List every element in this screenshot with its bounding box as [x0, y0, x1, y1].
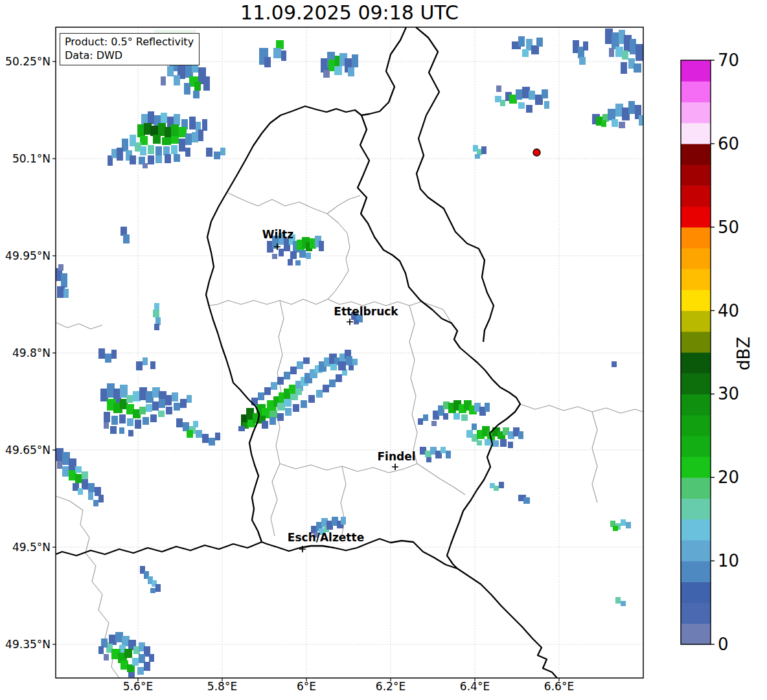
x-tick-label: 6.2°E — [376, 680, 406, 693]
legend-product-line: Product: 0.5° Reflectivity — [65, 35, 194, 49]
y-tick-label: 49.65°N — [5, 444, 51, 457]
colorbar-tick-label: 60 — [718, 134, 739, 153]
y-tick-label: 49.5°N — [12, 541, 51, 554]
colorbar-tick-label: 10 — [718, 551, 739, 570]
y-tick-label: 50.25°N — [5, 55, 51, 68]
district-borders — [56, 193, 643, 678]
colorbar-tick-label: 30 — [718, 384, 739, 403]
city-label: Wiltz — [262, 228, 294, 241]
x-tick-label: 6°E — [297, 680, 316, 693]
city-label: Ettelbruck — [334, 305, 398, 318]
y-tick-label: 49.95°N — [5, 249, 51, 262]
colorbar-tick-label: 50 — [718, 218, 739, 237]
city-marker-ettelbruck: Ettelbruck — [334, 305, 398, 325]
colorbar-tick-label: 40 — [718, 301, 739, 321]
radar-site-marker — [533, 149, 540, 156]
colorbar: 010203040506070dBZ — [681, 51, 753, 654]
legend-data-line: Data: DWD — [65, 49, 194, 62]
map-canvas: WiltzEttelbruckFindelEsch/Alzette5.6°E5.… — [0, 0, 767, 700]
city-marker-findel: Findel — [377, 450, 415, 470]
y-tick-label: 50.1°N — [12, 152, 51, 165]
x-tick-label: 6.6°E — [544, 680, 574, 693]
map-title: 11.09.2025 09:18 UTC — [56, 1, 643, 24]
colorbar-tick-label: 0 — [718, 635, 729, 654]
colorbar-axis-label: dBZ — [734, 337, 753, 370]
y-tick-label: 49.8°N — [12, 346, 51, 359]
x-tick-label: 5.6°E — [123, 680, 153, 693]
x-tick-label: 6.4°E — [460, 680, 490, 693]
city-label: Esch/Alzette — [288, 531, 364, 544]
city-label: Findel — [377, 450, 415, 463]
legend-box: Product: 0.5° Reflectivity Data: DWD — [60, 33, 200, 65]
colorbar-tick-label: 70 — [718, 51, 739, 70]
y-tick-label: 49.35°N — [5, 638, 51, 651]
radar-map-figure: WiltzEttelbruckFindelEsch/Alzette5.6°E5.… — [0, 0, 767, 700]
x-tick-label: 5.8°E — [207, 680, 237, 693]
colorbar-tick-label: 20 — [718, 468, 739, 487]
